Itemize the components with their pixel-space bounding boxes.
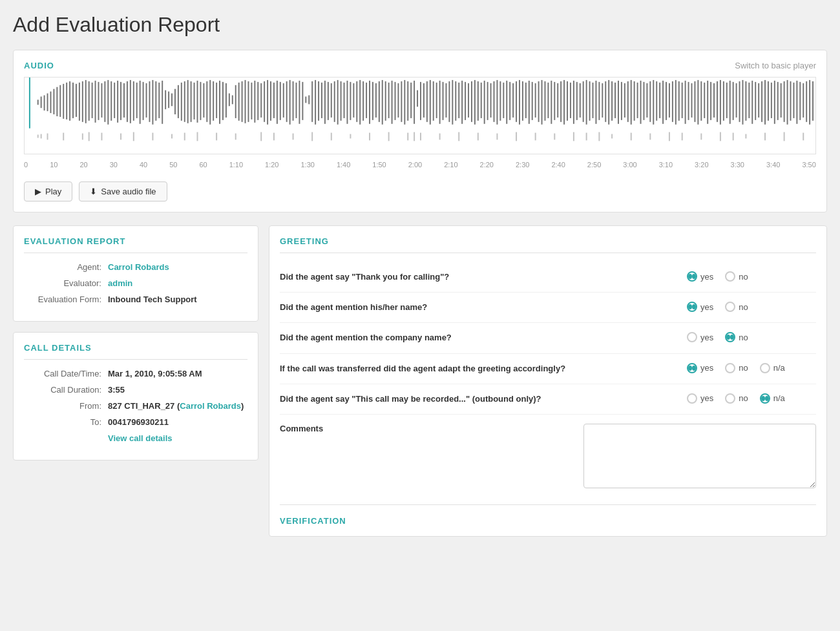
svg-rect-125 [433,81,434,121]
svg-rect-45 [178,85,179,118]
call-date-value: Mar 1, 2010, 9:05:58 AM [108,369,247,378]
svg-rect-283 [649,134,651,140]
q1-no-label: no [739,272,748,282]
svg-rect-219 [733,82,734,120]
q3-yes-radio[interactable] [687,332,697,342]
evaluator-row: Evaluator: admin [24,278,247,288]
switch-player-link[interactable]: Switch to basic player [735,61,816,70]
svg-rect-65 [242,81,243,122]
svg-rect-270 [420,133,421,141]
q5-no-radio[interactable] [725,393,735,404]
svg-rect-132 [455,81,456,121]
q5-na-radio[interactable] [760,393,770,404]
agent-row: Agent: Carrol Robards [24,262,247,272]
q1-yes-option[interactable]: yes [687,271,713,282]
q4-no-radio[interactable] [725,363,735,373]
q5-yes-option[interactable]: yes [687,393,713,404]
svg-rect-189 [637,83,638,118]
svg-rect-230 [768,81,769,121]
q4-na-option[interactable]: n/a [760,363,785,373]
q1-no-option[interactable]: no [725,271,748,282]
svg-rect-263 [311,132,313,141]
q2-yes-radio[interactable] [687,302,697,312]
evaluator-value[interactable]: admin [108,278,247,288]
call-date-label: Call Date/Time: [24,369,108,378]
q4-yes-radio[interactable] [687,363,697,373]
svg-rect-267 [388,132,390,141]
svg-rect-33 [140,81,141,124]
question-row-4: If the call was transferred did the agen… [280,354,816,384]
svg-rect-170 [576,82,578,120]
q2-no-option[interactable]: no [725,302,748,312]
q1-yes-label: yes [700,272,713,282]
svg-rect-244 [812,81,814,121]
svg-rect-39 [158,83,160,118]
svg-rect-3 [44,96,45,111]
svg-rect-31 [133,81,134,121]
svg-rect-59 [222,82,224,120]
svg-rect-137 [471,81,472,122]
comments-label: Comments [280,424,583,433]
svg-rect-229 [764,80,766,125]
q2-yes-option[interactable]: yes [687,302,713,312]
svg-rect-131 [452,80,453,125]
svg-rect-205 [688,82,689,120]
q1-yes-radio[interactable] [687,271,697,282]
svg-rect-124 [430,80,431,125]
svg-rect-275 [516,132,517,141]
svg-rect-172 [583,81,584,122]
svg-rect-57 [216,83,217,118]
svg-rect-156 [532,82,533,120]
svg-rect-123 [426,81,428,122]
q4-yes-label: yes [700,363,713,373]
call-details-title: CALL DETAILS [24,343,247,360]
svg-rect-154 [525,83,527,118]
q4-no-option[interactable]: no [725,363,748,373]
q4-yes-option[interactable]: yes [687,363,713,373]
svg-rect-148 [506,81,507,124]
agent-value[interactable]: Carrol Robards [108,262,247,272]
svg-rect-281 [611,134,613,139]
q4-na-radio[interactable] [760,363,770,373]
play-button[interactable]: ▶ Play [24,181,72,202]
svg-rect-17 [89,81,90,121]
form-value: Inbound Tech Support [108,295,247,304]
svg-rect-84 [302,82,303,120]
svg-rect-167 [567,81,568,121]
svg-rect-265 [350,134,351,139]
answer-options-2: yes no [687,302,816,312]
comments-textarea[interactable] [583,424,816,488]
waveform-container[interactable] [24,77,816,154]
q2-no-radio[interactable] [725,302,735,312]
svg-rect-36 [149,81,150,122]
q5-yes-radio[interactable] [687,393,697,404]
q5-no-option[interactable]: no [725,393,748,404]
svg-rect-85 [305,97,306,103]
q5-na-option[interactable]: n/a [760,393,785,404]
svg-rect-18 [92,83,93,118]
view-call-details-link[interactable]: View call details [108,433,247,443]
svg-rect-249 [82,134,83,140]
svg-rect-141 [484,81,485,124]
q2-no-label: no [739,302,748,312]
evaluator-label: Evaluator: [24,278,108,288]
svg-rect-290 [764,133,766,141]
view-details-row[interactable]: View call details [24,433,247,443]
q5-yes-label: yes [700,393,713,403]
from-agent-link[interactable]: Carrol Robards [180,401,241,411]
q3-no-option[interactable]: no [725,332,748,342]
call-duration-label: Call Duration: [24,385,108,395]
q3-yes-option[interactable]: yes [687,332,713,342]
svg-rect-24 [110,81,112,121]
q3-no-radio[interactable] [725,332,735,342]
svg-rect-203 [682,83,683,118]
svg-rect-285 [682,133,683,141]
svg-rect-195 [656,81,657,121]
svg-rect-12 [72,83,74,118]
call-to-label: To: [24,417,108,427]
svg-rect-114 [397,83,399,118]
q1-no-radio[interactable] [725,271,735,282]
save-audio-button[interactable]: ⬇ Save audio file [79,181,167,202]
svg-rect-266 [369,133,370,141]
svg-rect-218 [730,81,731,124]
